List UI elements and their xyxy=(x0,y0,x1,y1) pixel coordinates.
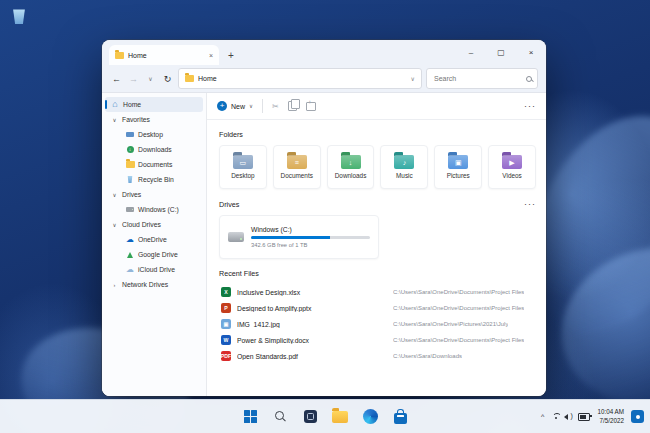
see-more-icon[interactable]: ··· xyxy=(524,101,536,111)
notification-badge[interactable] xyxy=(631,410,644,423)
tray-chevron-icon[interactable]: ^ xyxy=(541,413,544,420)
powerpoint-file-icon: P xyxy=(221,303,231,313)
taskbar: ^ 10:04 AM 7/5/2022 xyxy=(0,399,650,433)
sidebar-section-favorites[interactable]: ∨ Favorites xyxy=(102,112,206,127)
excel-file-icon: X xyxy=(221,287,231,297)
windows-logo-icon xyxy=(244,410,257,423)
start-button[interactable] xyxy=(240,407,260,427)
taskbar-clock[interactable]: 10:04 AM 7/5/2022 xyxy=(597,408,624,425)
sidebar-item-label: Documents xyxy=(138,161,172,168)
new-tab-button[interactable]: + xyxy=(223,47,239,63)
volume-icon xyxy=(564,413,574,421)
file-name: IMG_1412.jpg xyxy=(237,321,387,328)
folder-icon: ▭ xyxy=(233,155,253,169)
pdf-file-icon: PDF xyxy=(221,351,231,361)
sidebar-section-network-drives[interactable]: › Network Drives xyxy=(102,277,206,292)
tab-close-icon[interactable]: × xyxy=(209,52,213,59)
copy-icon[interactable] xyxy=(288,101,297,111)
file-explorer-taskbar-button[interactable] xyxy=(330,407,350,427)
folder-label: Music xyxy=(396,172,413,179)
maximize-button[interactable]: ▢ xyxy=(486,40,516,65)
minimize-button[interactable]: – xyxy=(456,40,486,65)
store-icon xyxy=(394,413,407,424)
tab-strip[interactable]: Home × + – ▢ × xyxy=(102,40,546,65)
chevron-down-icon[interactable]: ∨ xyxy=(111,117,118,123)
folder-tile-pictures[interactable]: ▣ Pictures xyxy=(434,145,482,189)
see-more-icon[interactable]: ··· xyxy=(524,199,536,209)
folders-section-header: Folders xyxy=(219,130,536,139)
address-bar[interactable]: Home ∨ xyxy=(178,68,422,89)
sidebar-item-documents[interactable]: Documents xyxy=(102,157,206,172)
navigation-pane: ⌂ Home ∨ Favorites Desktop ↓ Downloads D… xyxy=(102,93,207,396)
section-label: Network Drives xyxy=(122,281,168,288)
cut-icon[interactable]: ✂ xyxy=(272,102,279,111)
plus-icon: + xyxy=(217,101,227,111)
taskbar-search-button[interactable] xyxy=(270,407,290,427)
section-title: Recent Files xyxy=(219,269,259,278)
folder-label: Desktop xyxy=(231,172,254,179)
folder-glyph: ↓ xyxy=(349,159,353,166)
folder-glyph: ▭ xyxy=(240,159,247,166)
recent-file-row[interactable]: X Inclusive Design.xlsx C:\Users\Sara\On… xyxy=(219,284,536,300)
sidebar-item-label: Home xyxy=(123,101,141,108)
chevron-down-icon[interactable]: ∨ xyxy=(411,75,415,82)
sidebar-item-label: Recycle Bin xyxy=(138,176,174,183)
file-path: C:\Users\Sara\Downloads xyxy=(393,353,462,359)
folder-icon: ≡ xyxy=(287,155,307,169)
edge-icon xyxy=(363,409,378,424)
drive-usage-bar xyxy=(251,236,370,239)
recent-file-row[interactable]: PDF Open Standards.pdf C:\Users\Sara\Dow… xyxy=(219,348,536,364)
new-button[interactable]: + New ∨ xyxy=(217,101,253,111)
sidebar-item-windows-c[interactable]: Windows (C:) xyxy=(102,202,206,217)
tray-icon-cluster[interactable] xyxy=(551,413,590,421)
sidebar-item-onedrive[interactable]: ☁ OneDrive xyxy=(102,232,206,247)
chevron-down-icon[interactable]: ∨ xyxy=(111,192,118,198)
drive-icon xyxy=(126,207,134,212)
search-input[interactable] xyxy=(432,74,526,83)
sidebar-item-google-drive[interactable]: Google Drive xyxy=(102,247,206,262)
sidebar-section-cloud-drives[interactable]: ∨ Cloud Drives xyxy=(102,217,206,232)
system-tray: ^ 10:04 AM 7/5/2022 xyxy=(541,400,644,433)
folder-tile-documents[interactable]: ≡ Documents xyxy=(273,145,321,189)
folder-tile-videos[interactable]: ▶ Videos xyxy=(488,145,536,189)
sidebar-item-label: OneDrive xyxy=(138,236,167,243)
folder-glyph: ▶ xyxy=(509,159,514,166)
recent-files-section-header: Recent Files xyxy=(219,269,536,278)
sidebar-item-icloud-drive[interactable]: ☁ iCloud Drive xyxy=(102,262,206,277)
wifi-icon xyxy=(551,413,560,421)
folder-glyph: ♪ xyxy=(403,159,407,166)
recent-file-row[interactable]: ▣ IMG_1412.jpg C:\Users\Sara\OneDrive\Pi… xyxy=(219,316,536,332)
search-box[interactable] xyxy=(426,68,538,89)
folder-label: Downloads xyxy=(335,172,367,179)
share-icon[interactable] xyxy=(306,102,316,111)
tab-home[interactable]: Home × xyxy=(109,45,219,65)
sidebar-item-label: iCloud Drive xyxy=(138,266,175,273)
refresh-icon[interactable]: ↻ xyxy=(161,74,174,84)
recent-file-row[interactable]: P Designed to Amplify.pptx C:\Users\Sara… xyxy=(219,300,536,316)
sidebar-item-desktop[interactable]: Desktop xyxy=(102,127,206,142)
chevron-down-icon[interactable]: ∨ xyxy=(111,222,118,228)
store-taskbar-button[interactable] xyxy=(390,407,410,427)
sidebar-item-home[interactable]: ⌂ Home xyxy=(105,97,203,112)
edge-taskbar-button[interactable] xyxy=(360,407,380,427)
task-view-button[interactable] xyxy=(300,407,320,427)
drive-tile-windows-c[interactable]: Windows (C:) 342.6 GB free of 1 TB xyxy=(219,215,379,259)
back-icon[interactable]: ← xyxy=(110,74,123,84)
recent-locations-icon[interactable]: ∨ xyxy=(144,75,157,82)
word-file-icon: W xyxy=(221,335,231,345)
close-button[interactable]: × xyxy=(516,40,546,65)
file-name: Open Standards.pdf xyxy=(237,353,387,360)
chevron-right-icon[interactable]: › xyxy=(111,282,118,288)
sidebar-item-recycle-bin[interactable]: Recycle Bin xyxy=(102,172,206,187)
sidebar-item-downloads[interactable]: ↓ Downloads xyxy=(102,142,206,157)
folder-tile-downloads[interactable]: ↓ Downloads xyxy=(327,145,375,189)
folder-tile-music[interactable]: ♪ Music xyxy=(380,145,428,189)
sidebar-section-drives[interactable]: ∨ Drives xyxy=(102,187,206,202)
file-name: Power & Simplicity.docx xyxy=(237,337,387,344)
file-path: C:\Users\Sara\OneDrive\Documents\Project… xyxy=(393,337,524,343)
documents-icon xyxy=(126,161,135,168)
drive-usage-fill xyxy=(251,236,330,239)
recent-file-row[interactable]: W Power & Simplicity.docx C:\Users\Sara\… xyxy=(219,332,536,348)
folder-tile-desktop[interactable]: ▭ Desktop xyxy=(219,145,267,189)
forward-icon[interactable]: → xyxy=(127,74,140,84)
